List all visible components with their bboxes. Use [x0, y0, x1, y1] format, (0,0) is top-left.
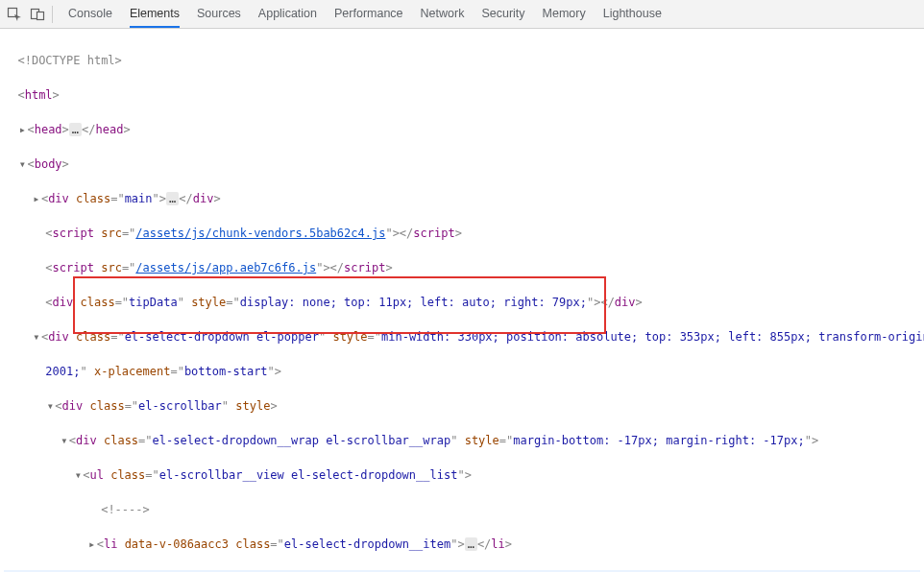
tree-line[interactable]: <div class="tipData" style="display: non… — [4, 294, 920, 311]
tree-line[interactable]: ▾<div class="el-scrollbar" style> — [4, 397, 920, 415]
tab-elements[interactable]: Elements — [130, 1, 180, 28]
tab-application[interactable]: Application — [258, 1, 317, 28]
tree-line[interactable]: <html> — [4, 86, 920, 104]
tree-line[interactable]: ▾<ul class="el-scrollbar__view el-select… — [4, 466, 920, 484]
divider — [52, 6, 53, 23]
tab-sources[interactable]: Sources — [197, 1, 241, 28]
tree-line[interactable]: <script src="/assets/js/app.aeb7c6f6.js"… — [4, 259, 920, 276]
expand-toggle[interactable]: ▸ — [17, 121, 27, 138]
tab-lighthouse[interactable]: Lighthouse — [603, 1, 662, 28]
expand-toggle[interactable]: ▾ — [60, 432, 69, 449]
devtools-tabs: Console Elements Sources Application Per… — [68, 1, 662, 28]
doctype: <!DOCTYPE html> — [17, 54, 121, 67]
tab-console[interactable]: Console — [68, 1, 112, 28]
expand-toggle[interactable]: ▾ — [45, 397, 55, 415]
tree-line[interactable]: <script src="/assets/js/chunk-vendors.5b… — [4, 225, 920, 242]
comment-node: <!----> — [101, 503, 150, 516]
script-src-link[interactable]: /assets/js/chunk-vendors.5bab62c4.js — [135, 226, 385, 240]
expand-toggle[interactable]: ▾ — [17, 155, 27, 173]
tree-line[interactable]: ▾<body> — [4, 155, 920, 173]
tab-memory[interactable]: Memory — [543, 1, 586, 28]
tab-network[interactable]: Network — [421, 1, 465, 28]
tree-line[interactable]: ▸<div class="main">…</div> — [4, 190, 920, 207]
elements-tree[interactable]: <!DOCTYPE html> <html> ▸<head>…</head> ▾… — [0, 29, 924, 572]
expand-toggle[interactable]: ▸ — [32, 190, 41, 207]
ellipsis[interactable]: … — [69, 123, 82, 136]
inspect-icon[interactable] — [6, 6, 23, 23]
script-src-link[interactable]: /assets/js/app.aeb7c6f6.js — [135, 261, 316, 274]
ellipsis[interactable]: … — [166, 192, 179, 205]
expand-toggle[interactable]: ▸ — [87, 536, 97, 553]
ellipsis[interactable]: … — [465, 537, 477, 551]
tab-security[interactable]: Security — [481, 1, 524, 28]
tree-line[interactable]: ▸<li data-v-086aacc3 class="el-select-dr… — [4, 536, 920, 553]
tree-line[interactable]: <!DOCTYPE html> — [4, 52, 920, 69]
tree-line[interactable]: ▾<div class="el-select-dropdown el-poppe… — [4, 328, 920, 346]
expand-toggle[interactable]: ▾ — [32, 328, 41, 346]
tab-performance[interactable]: Performance — [334, 1, 403, 28]
tree-line[interactable]: 2001;" x-placement="bottom-start"> — [4, 363, 920, 380]
tree-line[interactable]: <!----> — [4, 501, 920, 518]
tree-line[interactable]: ▾<div class="el-select-dropdown__wrap el… — [4, 432, 920, 449]
devtools-toolbar: Console Elements Sources Application Per… — [0, 0, 924, 29]
svg-rect-2 — [37, 12, 44, 19]
tree-line[interactable]: ▸<head>…</head> — [4, 121, 920, 138]
expand-toggle[interactable]: ▾ — [73, 466, 83, 484]
device-toggle-icon[interactable] — [29, 6, 46, 23]
